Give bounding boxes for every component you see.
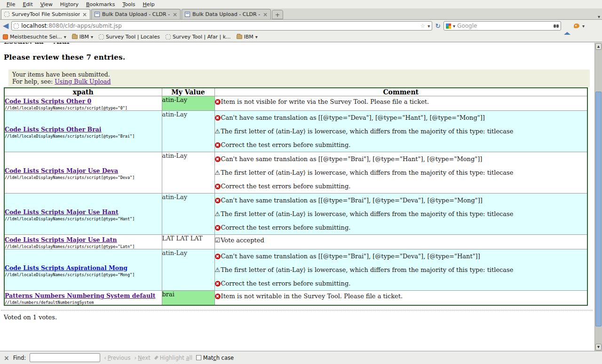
xpath-link[interactable]: Patterns Numbers Numbering System defaul…: [5, 292, 156, 299]
xpath-value: //ldml/localeDisplayNames/scripts/script…: [5, 244, 162, 249]
bookmark-survey-tool-afar-k[interactable]: Survey Tool | Afar | k...: [166, 34, 231, 40]
palette-icon[interactable]: [574, 23, 579, 28]
url-dropdown-icon[interactable]: ▾: [428, 23, 430, 29]
match-case-toggle[interactable]: Match case: [196, 355, 234, 361]
comment-cell: ✖Item is not visible for write via the S…: [214, 96, 587, 111]
xpath-value: //ldml/localeDisplayNames/scripts/script…: [5, 134, 162, 139]
find-next-button[interactable]: › Next: [134, 355, 150, 361]
error-icon: ✖: [215, 294, 221, 299]
page-favicon: [185, 12, 190, 17]
most-visited-icon: [3, 34, 8, 39]
home-icon[interactable]: [564, 23, 571, 29]
toolbar-overflow-icon[interactable]: ▾: [582, 23, 585, 29]
xpath-value: //ldml/localeDisplayNames/scripts/script…: [5, 217, 162, 221]
scroll-up-icon[interactable]: ▲: [595, 43, 602, 50]
tab-close-icon[interactable]: ×: [173, 12, 177, 17]
table-row: Patterns Numbers Numbering System defaul…: [4, 291, 587, 306]
tab-close-icon[interactable]: ×: [82, 12, 87, 17]
my-value-cell: atin-Lay: [162, 111, 214, 152]
warning-icon: ⚠: [215, 128, 221, 134]
reload-icon[interactable]: ↻: [435, 22, 441, 30]
error-icon: ✖: [215, 225, 221, 231]
xpath-cell: Code Lists Scripts Other Brai//ldml/loca…: [4, 111, 162, 152]
menu-edit[interactable]: Edit: [19, 1, 36, 8]
search-placeholder: Google: [457, 23, 552, 29]
review-table: xpathMy ValueComment Code Lists Scripts …: [4, 87, 588, 306]
site-favicon-placeholder: [14, 23, 19, 29]
tab-2[interactable]: Bulk Data Upload - CLDR - Un...×: [91, 9, 181, 19]
xpath-cell: Code Lists Scripts Major Use Hant//ldml/…: [4, 194, 162, 235]
comment-line: ✖Can't have same translation as [[@type=…: [215, 111, 587, 124]
search-go-icon[interactable]: [554, 24, 559, 28]
comment-text: Vote accepted: [221, 237, 264, 244]
tab-1[interactable]: SurveyTool File Submission | ...×: [1, 9, 90, 19]
bookmark-survey-tool-locales[interactable]: Survey Tool | Locales: [99, 34, 160, 40]
table-row: Code Lists Scripts Aspirational Mong//ld…: [4, 249, 587, 291]
bookmark-ibm[interactable]: IBM▾: [237, 34, 258, 40]
vertical-scrollbar[interactable]: ▲ ▼: [594, 43, 602, 351]
comment-line: ✖Can't have same translation as [[@type=…: [215, 194, 587, 207]
search-engine-dropdown-icon[interactable]: ▾: [453, 23, 455, 29]
column-header-xpath: xpath: [4, 88, 162, 96]
placeholder-icon: [99, 34, 104, 39]
placeholder-favicon: [4, 12, 9, 17]
find-input[interactable]: [30, 353, 100, 362]
comment-cell: ✖Can't have same translation as [[@type=…: [214, 152, 587, 194]
notice-line-2: For help, see: Using Bulk Upload: [12, 78, 586, 85]
highlight-all-button[interactable]: Highlight all: [154, 355, 192, 361]
menu-tools[interactable]: Tools: [119, 1, 139, 8]
comment-text: Item is not writable in the Survey Tool.…: [221, 293, 403, 300]
menu-history[interactable]: History: [56, 1, 82, 8]
bulk-upload-help-link[interactable]: Using Bulk Upload: [55, 78, 111, 85]
xpath-link[interactable]: Code Lists Scripts Other 0: [5, 98, 91, 105]
url-bar[interactable]: localhost:8080/cldr-apps/submit.jsp ☆ ▾: [11, 21, 432, 31]
menu-bookmarks[interactable]: Bookmarks: [82, 1, 119, 8]
scrollbar-thumb[interactable]: [595, 92, 602, 326]
comment-line: ✖Can't have same translation as [[@type=…: [215, 152, 587, 166]
page-favicon: [95, 12, 100, 17]
my-value-cell: LAT LAT LAT: [162, 235, 214, 249]
comment-text: Can't have same translation as [[@type="…: [221, 114, 485, 121]
find-label: Find:: [13, 355, 26, 361]
chevron-down-icon: ▾: [64, 34, 66, 39]
table-header-row: xpathMy ValueComment: [4, 88, 587, 96]
comment-line: ✖Correct the test errors before submitti…: [215, 179, 587, 193]
xpath-cell: Code Lists Scripts Other 0//ldml/localeD…: [4, 96, 162, 111]
search-bar[interactable]: ▾ Google: [444, 21, 561, 31]
comment-line: ✖Correct the test errors before submitti…: [215, 277, 587, 290]
menu-file[interactable]: File: [3, 1, 19, 8]
comment-text: Correct the test errors before submittin…: [221, 280, 351, 287]
tab-title: SurveyTool File Submission | ...: [12, 11, 80, 17]
locale-heading-clipped: Locale: aa - 'Afar': [4, 43, 594, 46]
find-previous-button[interactable]: ‹ Previous: [104, 355, 130, 361]
new-tab-button[interactable]: +: [272, 10, 283, 19]
match-case-checkbox[interactable]: [196, 355, 201, 360]
bookmark-meistbesuchte-sei[interactable]: Meistbesuchte Sei...▾: [3, 34, 66, 40]
tab-3[interactable]: Bulk Data Upload - CLDR - Un...×: [182, 9, 271, 19]
comment-text: The first letter of ⟨atin-Lay⟩ is lowerc…: [221, 128, 513, 135]
tab-list-dropdown-icon[interactable]: ▾: [598, 14, 600, 19]
menu-help[interactable]: Help: [139, 1, 158, 8]
error-icon: ✖: [215, 281, 221, 287]
bookmark-ibm[interactable]: IBM▾: [72, 34, 93, 40]
close-icon[interactable]: ×: [4, 354, 9, 362]
vote-accepted-icon: ☑: [215, 237, 221, 244]
google-logo-icon[interactable]: [446, 23, 451, 29]
comment-cell: ✖Can't have same translation as [[@type=…: [214, 249, 587, 291]
back-button[interactable]: ◀: [3, 22, 8, 30]
submission-notice: Your items have been submitted. For help…: [8, 70, 590, 87]
xpath-link[interactable]: Code Lists Scripts Major Use Latn: [5, 236, 117, 243]
comment-text: Can't have same translation as [[@type="…: [221, 155, 483, 163]
xpath-link[interactable]: Code Lists Scripts Major Use Hant: [5, 209, 119, 216]
bookmark-star-icon[interactable]: ☆: [420, 23, 426, 29]
comment-text: Can't have same translation as [[@type="…: [221, 253, 480, 260]
scroll-down-icon[interactable]: ▼: [595, 344, 602, 350]
xpath-link[interactable]: Code Lists Scripts Major Use Deva: [5, 167, 118, 174]
xpath-link[interactable]: Code Lists Scripts Aspirational Mong: [5, 264, 127, 271]
error-icon: ✖: [215, 184, 221, 189]
xpath-link[interactable]: Code Lists Scripts Other Brai: [5, 126, 102, 133]
tab-close-icon[interactable]: ×: [263, 12, 268, 17]
page-content: Locale: aa - 'Afar' Please review these …: [0, 43, 594, 351]
notice-line-1: Your items have been submitted.: [12, 71, 586, 78]
menu-view[interactable]: View: [37, 1, 56, 8]
